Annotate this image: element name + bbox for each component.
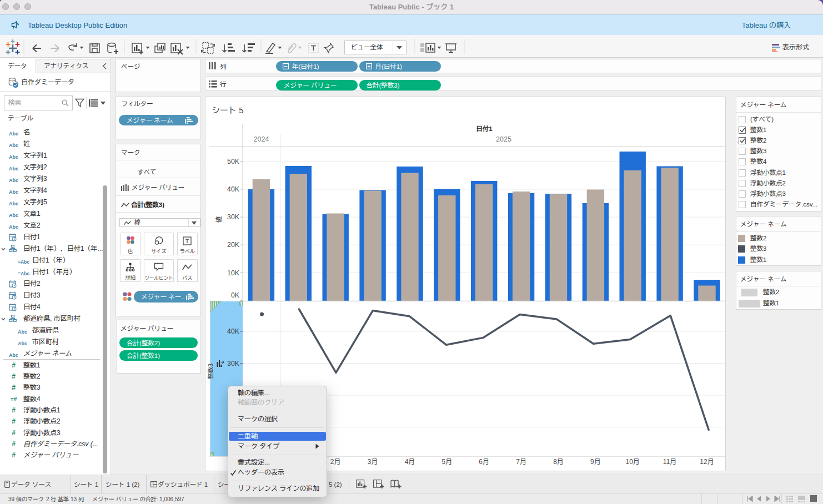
svg-text:10月: 10月 [626,458,640,465]
svg-text:3月: 3月 [368,458,378,465]
svg-text:5月: 5月 [441,458,452,465]
svg-text:2月: 2月 [330,458,341,465]
svg-text:8月: 8月 [553,458,564,465]
svg-text:値: 値 [215,216,222,223]
svg-text:日付1: 日付1 [476,125,493,132]
svg-text:2024: 2024 [254,135,269,143]
svg-text:6月: 6月 [479,458,489,465]
svg-text:整数3: 整数3 [207,364,213,379]
svg-text:20K: 20K [227,241,240,248]
svg-text:12月: 12月 [700,458,714,465]
svg-text:7月: 7月 [516,458,526,465]
svg-text:40K: 40K [227,185,240,192]
svg-text:11月: 11月 [663,458,676,465]
svg-text:30K: 30K [227,360,240,366]
svg-text:0K: 0K [231,291,240,298]
svg-text:40K: 40K [227,327,240,334]
svg-text:10K: 10K [227,269,240,276]
svg-text:2025: 2025 [496,135,511,143]
svg-text:4月: 4月 [405,458,415,465]
svg-text:9月: 9月 [590,458,601,465]
svg-text:50K: 50K [227,158,240,164]
svg-text:30K: 30K [227,213,240,220]
